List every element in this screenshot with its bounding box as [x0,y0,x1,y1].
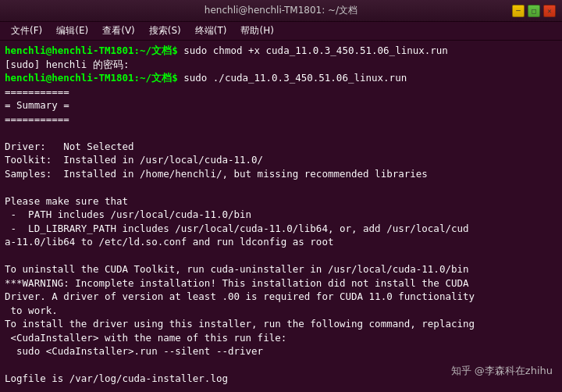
terminal-line: <CudaInstaller> with the name of this ru… [5,331,557,345]
terminal-line: - LD_LIBRARY_PATH includes /usr/local/cu… [5,222,557,236]
menu-search[interactable]: 搜索(S) [143,23,187,39]
terminal-line [5,126,557,140]
minimize-button[interactable]: ─ [512,5,525,17]
terminal-line: =========== [5,85,557,99]
menubar: 文件(F) 编辑(E) 查看(V) 搜索(S) 终端(T) 帮助(H) [0,22,562,41]
prompt: henchli@henchli-TM1801:~/文档$ [5,45,183,56]
terminal-line: =========== [5,112,557,127]
menu-file[interactable]: 文件(F) [5,23,48,39]
menu-help[interactable]: 帮助(H) [234,23,279,39]
titlebar: henchli@henchli-TM1801: ~/文档 ─ □ ✕ [0,0,562,22]
terminal-line: To install the driver using this install… [5,317,557,331]
terminal-line: Driver. A driver of version at least .00… [5,290,557,304]
terminal-line [5,249,557,263]
terminal-line: a-11.0/lib64 to /etc/ld.so.conf and run … [5,235,557,249]
menu-edit[interactable]: 编辑(E) [50,23,94,39]
terminal-line: henchli@henchli-TM1801:~/文档$ sudo ./cuda… [5,71,557,85]
window-controls: ─ □ ✕ [512,5,556,17]
terminal-line: To uninstall the CUDA Toolkit, run cuda-… [5,262,557,276]
terminal-line: Driver: Not Selected [5,140,557,154]
terminal-line: Toolkit: Installed in /usr/local/cuda-11… [5,153,557,167]
command-text: sudo chmod +x cuda_11.0.3_450.51.06_linu… [183,45,448,56]
menu-terminal[interactable]: 终端(T) [189,23,233,39]
terminal-line: to work. [5,304,557,318]
terminal-line: henchli@henchli-TM1801:~/文档$ sudo chmod … [5,44,557,58]
command-text: sudo ./cuda_11.0.3_450.51.06_linux.run [183,72,407,84]
menu-view[interactable]: 查看(V) [96,23,141,39]
terminal-line: sudo <CudaInstaller>.run --silent --driv… [5,344,557,358]
maximize-button[interactable]: □ [528,5,540,17]
terminal-line: Samples: Installed in /home/henchli/, bu… [5,167,557,181]
window-title: henchli@henchli-TM1801: ~/文档 [205,4,357,17]
watermark: 知乎 @李森科在zhihu [451,364,553,378]
prompt: henchli@henchli-TM1801:~/文档$ [5,72,183,84]
terminal-content[interactable]: henchli@henchli-TM1801:~/文档$ sudo chmod … [0,41,562,392]
terminal-line: [sudo] henchli 的密码: [5,58,557,72]
close-button[interactable]: ✕ [543,5,556,17]
terminal-line: ***WARNING: Incomplete installation! Thi… [5,276,557,290]
terminal-line: = Summary = [5,98,557,112]
terminal-line: Please make sure that [5,194,557,208]
terminal-line: - PATH includes /usr/local/cuda-11.0/bin [5,208,557,222]
terminal-line [5,180,557,194]
